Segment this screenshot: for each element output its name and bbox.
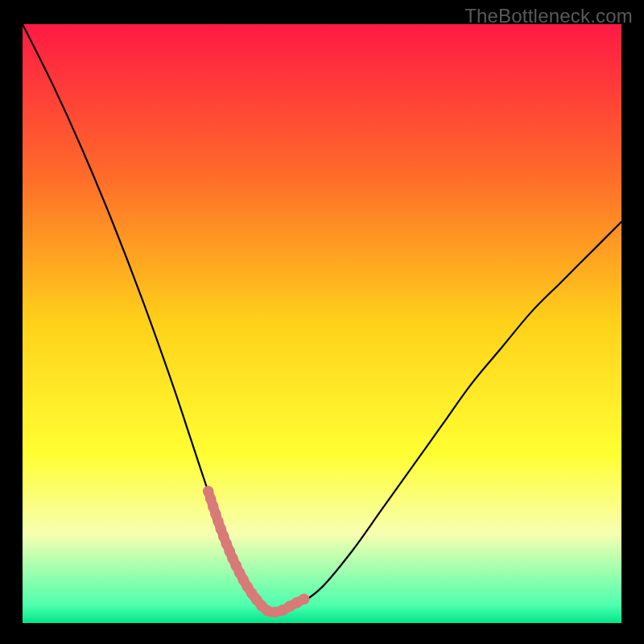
- plot-area: [23, 24, 621, 623]
- highlight-dot: [299, 593, 310, 605]
- chart-svg: [23, 24, 621, 623]
- gradient-background: [23, 24, 621, 623]
- chart-frame: TheBottleneck.com: [0, 0, 644, 644]
